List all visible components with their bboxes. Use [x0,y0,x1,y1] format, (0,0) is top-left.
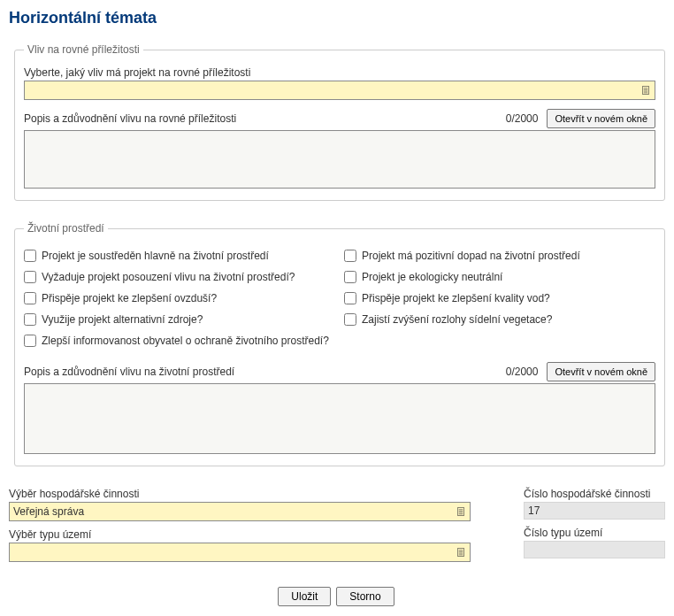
env-check-positive-impact[interactable] [344,250,356,262]
env-check-water-quality[interactable] [344,292,356,304]
list-icon [642,83,649,97]
env-check-label: Zlepší informovanost obyvatel o ochraně … [42,335,329,347]
env-open-new-window-button[interactable]: Otevřít v novém okně [547,362,655,381]
fieldset-environment: Životní prostředí Projekt je soustředěn … [14,222,665,466]
env-check-label: Projekt má pozitivní dopad na životní pr… [362,250,580,262]
env-check-vegetation[interactable] [344,313,356,326]
env-check-row: Projekt má pozitivní dopad na životní pr… [344,245,655,266]
env-check-row: Využije projekt alternativní zdroje? [24,309,335,330]
equal-select-label: Vyberte, jaký vliv má projekt na rovné p… [24,66,655,79]
fieldset-equal-opportunities: Vliv na rovné příležitosti Vyberte, jaký… [14,43,665,201]
territory-lookup-button[interactable] [452,543,470,561]
activity-lookup-button[interactable] [452,503,470,520]
env-check-requires-assessment[interactable] [24,271,36,283]
env-check-label: Přispěje projekt ke zlepšení kvality vod… [362,292,550,304]
activity-label: Výběr hospodářské činnosti [9,488,471,500]
env-check-alt-sources[interactable] [24,313,36,326]
equal-counter: 0/2000 [506,112,539,125]
env-check-label: Projekt je soustředěn hlavně na životní … [42,250,269,262]
territory-number-value [524,541,665,558]
env-check-label: Zajistí zvýšení rozlohy sídelní vegetace… [362,313,552,326]
list-icon [457,545,464,559]
activity-number-label: Číslo hospodářské činnosti [524,488,665,500]
env-check-label: Využije projekt alternativní zdroje? [42,313,203,326]
equal-desc-label: Popis a zdůvodnění vlivu na rovné přílež… [24,112,499,125]
territory-label: Výběr typu území [9,528,471,541]
env-check-neutral[interactable] [344,271,356,283]
legend-env: Životní prostředí [24,222,108,235]
env-check-air-quality[interactable] [24,292,36,304]
env-check-row: Přispěje projekt ke zlepšení ovzduší? [24,288,335,309]
env-check-row: Projekt je ekologicky neutrální [344,266,655,288]
env-desc-textarea[interactable] [24,383,655,454]
list-icon [457,504,464,519]
equal-select-lookup-button[interactable] [637,81,655,99]
env-check-focus-env[interactable] [24,250,36,262]
env-desc-label: Popis a zdůvodnění vlivu na životní pros… [24,366,499,378]
env-counter: 0/2000 [506,366,539,378]
env-check-public-awareness[interactable] [24,335,36,347]
save-button[interactable]: Uložit [278,587,331,606]
env-check-row: Zlepší informovanost obyvatel o ochraně … [24,330,335,351]
territory-input[interactable] [9,543,471,562]
env-check-row: Zajistí zvýšení rozlohy sídelní vegetace… [344,309,655,330]
activity-number-value: 17 [524,502,665,520]
env-check-row: Vyžaduje projekt posouzení vlivu na živo… [24,266,335,288]
equal-select-input[interactable] [24,81,655,100]
env-check-row: Přispěje projekt ke zlepšení kvality vod… [344,288,655,309]
equal-desc-textarea[interactable] [24,130,655,189]
page-title: Horizontální témata [9,9,665,27]
activity-input[interactable] [9,502,471,521]
env-check-label: Vyžaduje projekt posouzení vlivu na živo… [42,271,295,283]
env-check-label: Přispěje projekt ke zlepšení ovzduší? [42,292,217,304]
env-check-label: Projekt je ekologicky neutrální [362,271,502,283]
equal-open-new-window-button[interactable]: Otevřít v novém okně [547,109,655,128]
env-check-row: Projekt je soustředěn hlavně na životní … [24,245,335,266]
cancel-button[interactable]: Storno [336,587,394,606]
legend-equal: Vliv na rovné příležitosti [24,43,143,56]
territory-number-label: Číslo typu území [524,527,665,539]
